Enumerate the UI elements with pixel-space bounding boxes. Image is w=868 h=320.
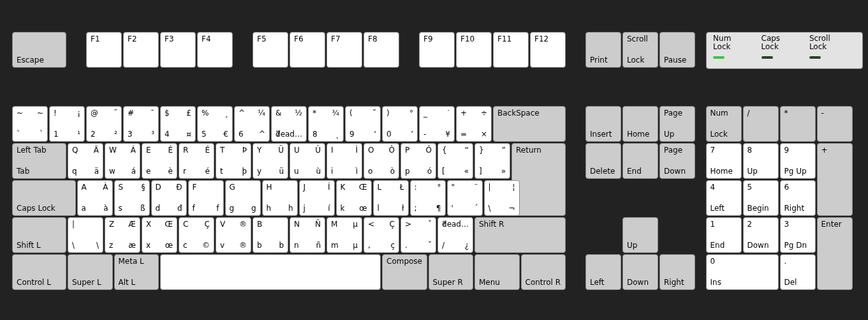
period-key[interactable]: >ˇ.ˇ [401, 217, 436, 253]
insert-key[interactable]: Insert [585, 106, 621, 142]
numpad-2-key[interactable]: 2Down [743, 217, 779, 253]
numpad-enter-key[interactable]: Enter [817, 217, 853, 290]
v-key[interactable]: V®v® [216, 217, 251, 253]
digit-6-key[interactable]: ^¼6^ [234, 106, 270, 142]
numpad-3-key[interactable]: 3Pg Dn [780, 217, 816, 253]
f6-key[interactable]: F6 [290, 32, 325, 68]
bracket-left-key[interactable]: {“[« [438, 143, 473, 179]
numpad-8-key[interactable]: 8Up [743, 143, 779, 179]
equal-key[interactable]: +÷=× [456, 106, 492, 142]
caps-lock-key[interactable]: Caps Lock [12, 180, 76, 216]
super-right-key[interactable]: Super R [429, 254, 474, 290]
b-key[interactable]: Bbb [253, 217, 288, 253]
print-key[interactable]: Print [585, 32, 621, 68]
f3-key[interactable]: F3 [160, 32, 196, 68]
control-right-key[interactable]: Control R [521, 254, 566, 290]
z-key[interactable]: ZÆzæ [105, 217, 140, 253]
f7-key[interactable]: F7 [327, 32, 362, 68]
f5-key[interactable]: F5 [253, 32, 288, 68]
j-key[interactable]: JÍjí [299, 180, 335, 216]
g-key[interactable]: Ggg [225, 180, 261, 216]
digit-1-key[interactable]: !¡1¹ [49, 106, 85, 142]
digit-9-key[interactable]: (˘9‘ [345, 106, 381, 142]
space-key[interactable] [160, 254, 381, 290]
delete-key[interactable]: Delete [585, 143, 621, 179]
menu-key[interactable]: Menu [474, 254, 520, 290]
shift-right-key[interactable]: Shift R [474, 217, 566, 253]
compose-key[interactable]: Compose [382, 254, 427, 290]
return-key[interactable]: Return [511, 143, 566, 216]
h-key[interactable]: Hhh [262, 180, 298, 216]
x-key[interactable]: XŒxœ [142, 217, 177, 253]
backspace-key[interactable]: BackSpace [493, 106, 566, 142]
page-down-key[interactable]: PageDown [659, 143, 695, 179]
p-key[interactable]: PÓpó [401, 143, 436, 179]
numpad-1-key[interactable]: 1End [706, 217, 742, 253]
super-left-key[interactable]: Super L [68, 254, 113, 290]
numpad-7-key[interactable]: 7Home [706, 143, 742, 179]
a-key[interactable]: AÀaà [77, 180, 113, 216]
f1-key[interactable]: F1 [86, 32, 122, 68]
down-arrow-key[interactable]: Down [622, 254, 658, 290]
minus-key[interactable]: _˙-¥ [419, 106, 455, 142]
digit-0-key[interactable]: )°0’ [382, 106, 418, 142]
f9-key[interactable]: F9 [419, 32, 455, 68]
t-key[interactable]: TÞtþ [216, 143, 251, 179]
s-key[interactable]: S§sß [114, 180, 150, 216]
digit-3-key[interactable]: #¯3³ [123, 106, 159, 142]
semicolon-key[interactable]: :°;¶ [410, 180, 446, 216]
i-key[interactable]: IÌiì [327, 143, 362, 179]
o-key[interactable]: OÒoò [364, 143, 399, 179]
numpad-6-key[interactable]: 6Right [780, 180, 816, 216]
m-key[interactable]: Mµmµ [327, 217, 362, 253]
num-lock-key[interactable]: NumLock [706, 106, 742, 142]
slash-key[interactable]: ?dead…/¿ [438, 217, 473, 253]
numpad-add-key[interactable]: + [817, 143, 853, 216]
end-key[interactable]: End [622, 143, 658, 179]
up-arrow-key[interactable]: Up [622, 217, 658, 253]
tab-key[interactable]: Left TabTab [12, 143, 66, 179]
bracket-right-key[interactable]: }”]» [474, 143, 510, 179]
numpad-multiply-key[interactable]: * [780, 106, 816, 142]
digit-5-key[interactable]: %¸5€ [197, 106, 233, 142]
f12-key[interactable]: F12 [530, 32, 566, 68]
w-key[interactable]: WÁwá [105, 143, 140, 179]
k-key[interactable]: KŒkœ [336, 180, 372, 216]
y-key[interactable]: YÜyü [253, 143, 288, 179]
q-key[interactable]: QÄqä [68, 143, 103, 179]
scroll-lock-key[interactable]: ScrollLock [622, 32, 658, 68]
r-key[interactable]: RÉré [179, 143, 214, 179]
n-key[interactable]: NÑnñ [290, 217, 325, 253]
numpad-4-key[interactable]: 4Left [706, 180, 742, 216]
digit-7-key[interactable]: &½7dead… [271, 106, 307, 142]
f8-key[interactable]: F8 [364, 32, 399, 68]
comma-key[interactable]: <Ç,ç [364, 217, 399, 253]
numpad-5-key[interactable]: 5Begin [743, 180, 779, 216]
digit-4-key[interactable]: $£4¤ [160, 106, 196, 142]
l-key[interactable]: LŁlł [373, 180, 409, 216]
numpad-9-key[interactable]: 9Pg Up [780, 143, 816, 179]
digit-2-key[interactable]: @˝2² [86, 106, 122, 142]
f2-key[interactable]: F2 [123, 32, 159, 68]
shift-left-key[interactable]: Shift L [12, 217, 66, 253]
numpad-0-key[interactable]: 0Ins [706, 254, 779, 290]
page-up-key[interactable]: PageUp [659, 106, 695, 142]
f10-key[interactable]: F10 [456, 32, 492, 68]
pause-key[interactable]: Pause [659, 32, 695, 68]
f-key[interactable]: Fff [188, 180, 224, 216]
right-arrow-key[interactable]: Right [659, 254, 695, 290]
e-key[interactable]: EÈeè [142, 143, 177, 179]
d-key[interactable]: DĐdđ [151, 180, 187, 216]
numpad-divide-key[interactable]: / [743, 106, 779, 142]
iso-key[interactable]: |\\ [68, 217, 103, 253]
numpad-subtract-key[interactable]: - [817, 106, 853, 142]
control-left-key[interactable]: Control L [12, 254, 66, 290]
left-arrow-key[interactable]: Left [585, 254, 621, 290]
u-key[interactable]: UÙuù [290, 143, 325, 179]
escape-key[interactable]: Escape [12, 32, 66, 68]
home-key[interactable]: Home [622, 106, 658, 142]
digit-8-key[interactable]: *¾8˛ [308, 106, 344, 142]
c-key[interactable]: CÇc© [179, 217, 214, 253]
grave-key[interactable]: ~~`` [12, 106, 48, 142]
backslash-key[interactable]: |¦\¬ [484, 180, 520, 216]
